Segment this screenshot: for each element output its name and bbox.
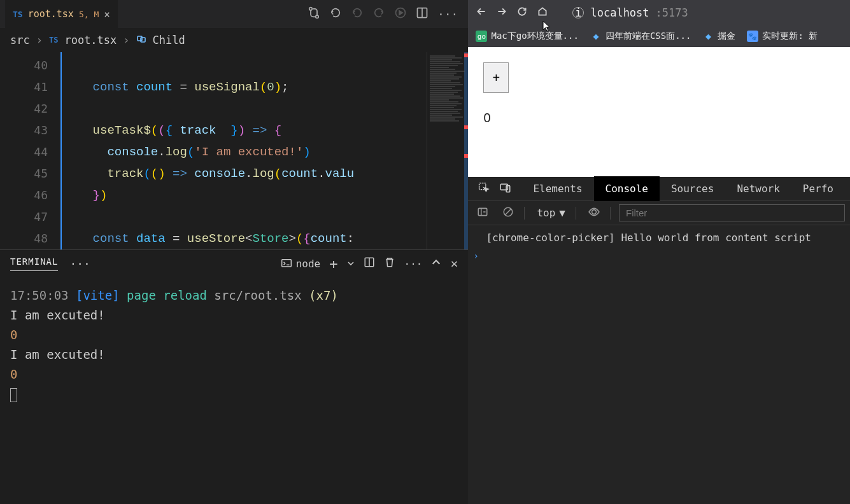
browser-nav-bar: i localhost:5173 [468,0,850,25]
reload-icon[interactable] [516,6,528,20]
svg-rect-7 [281,260,291,267]
tab-network[interactable]: Network [725,176,791,201]
back-icon[interactable] [476,6,487,20]
inspect-icon[interactable] [473,182,495,196]
terminal-header: TERMINAL ··· node + ··· [0,250,468,277]
bookmark-item[interactable]: 🐾 实时更新: 新 [747,31,818,42]
git-compare-icon[interactable] [308,6,320,22]
chevron-down-icon: ▼ [559,207,565,219]
tab-elements[interactable]: Elements [521,176,593,201]
context-selector[interactable]: top ▼ [533,207,569,219]
chevron-right-icon: › [36,34,43,46]
close-panel-icon[interactable]: × [450,256,458,271]
more-tabs-icon[interactable]: ··· [69,257,90,270]
home-icon[interactable] [537,6,548,20]
svg-point-1 [316,15,319,18]
chevron-right-icon: › [123,34,129,46]
devtools: Elements Console Sources Network Perfo t… [468,177,850,504]
bookmarks-bar: go Mac下go环境变量... ◆ 四年前端在CSS面... ◆ 掘金 🐾 实… [468,25,850,47]
tab-console[interactable]: Console [594,176,660,201]
console-sidebar-icon[interactable] [473,206,492,220]
breadcrumb-symbol[interactable]: Child [153,34,185,46]
undo-icon[interactable] [329,6,342,22]
more-icon[interactable]: ··· [404,258,423,270]
typescript-icon: TS [13,10,23,19]
svg-line-16 [506,209,511,214]
code-content[interactable]: const count = useSignal(0); useTask$(({ … [60,52,468,249]
baidu-icon: 🐾 [747,31,758,42]
url-port: :5173 [656,6,688,19]
chevron-down-icon[interactable] [347,258,355,270]
split-editor-icon[interactable] [416,6,429,22]
go-icon: go [476,31,487,42]
vscode-pane: TS root.tsx 5, M × [0,0,468,504]
code-editor[interactable]: 40 41 42 43 44 45 46 47 48 const count =… [0,52,468,249]
live-expression-icon[interactable] [584,206,604,220]
svg-rect-5 [138,36,142,41]
breadcrumb-file[interactable]: root.tsx [64,34,117,46]
minimap[interactable] [427,52,468,249]
terminal-panel: TERMINAL ··· node + ··· [0,249,468,504]
bookmark-item[interactable]: ◆ 四年前端在CSS面... [590,31,691,42]
forward-icon[interactable] [496,6,507,20]
breadcrumb-folder[interactable]: src [10,34,30,46]
more-icon[interactable]: ··· [437,8,458,21]
close-icon[interactable]: × [104,8,110,20]
symbol-icon [136,34,146,46]
address-bar[interactable]: i localhost:5173 [572,6,688,19]
new-terminal-icon[interactable]: + [329,256,337,272]
console-toolbar: top ▼ [468,201,850,225]
svg-point-0 [309,8,313,11]
terminal-profile[interactable]: node [281,258,321,270]
chevron-up-icon[interactable] [431,257,441,270]
trash-icon[interactable] [384,256,395,270]
split-terminal-icon[interactable] [364,256,375,270]
bookmark-item[interactable]: go Mac下go环境变量... [476,31,578,42]
breadcrumb: src › TS root.tsx › Child [0,28,468,52]
undo-disabled-icon [351,6,364,22]
terminal-cursor [10,388,17,402]
clear-console-icon[interactable] [499,206,518,220]
file-tab-root-tsx[interactable]: TS root.tsx 5, M × [5,0,118,28]
line-number-gutter: 40 41 42 43 44 45 46 47 48 [0,52,60,249]
typescript-icon: TS [49,36,58,45]
devtools-tabs: Elements Console Sources Network Perfo [468,177,850,201]
svg-rect-13 [479,208,488,215]
device-toggle-icon[interactable] [495,182,516,196]
browser-pane: i localhost:5173 go Mac下go环境变量... ◆ 四年前端… [468,0,850,504]
count-value: 0 [483,111,835,125]
page-viewport: + 0 [468,47,850,177]
redo-disabled-icon [372,6,385,22]
tab-filename: root.tsx [28,8,74,20]
tab-performance[interactable]: Perfo [791,176,845,201]
bookmark-item[interactable]: ◆ 掘金 [702,31,735,42]
svg-point-17 [592,209,597,214]
terminal-tab[interactable]: TERMINAL [10,256,58,271]
console-prompt-icon: › [473,251,483,261]
svg-rect-6 [141,38,145,42]
site-info-icon[interactable]: i [572,7,584,18]
tab-git-status: 5, M [79,10,99,19]
editor-tab-bar: TS root.tsx 5, M × [0,0,468,28]
console-filter-input[interactable] [619,204,845,221]
increment-button[interactable]: + [483,62,509,93]
run-icon [394,6,407,22]
console-message: [chrome-color-picker] Hello world from c… [473,229,845,247]
diamond-icon: ◆ [702,31,714,42]
tab-sources[interactable]: Sources [660,176,725,201]
diamond-icon: ◆ [590,31,602,42]
terminal-output[interactable]: 17:50:03 [vite] page reload src/root.tsx… [0,277,468,504]
url-host: localhost [590,6,649,19]
console-output[interactable]: [chrome-color-picker] Hello world from c… [468,225,850,504]
